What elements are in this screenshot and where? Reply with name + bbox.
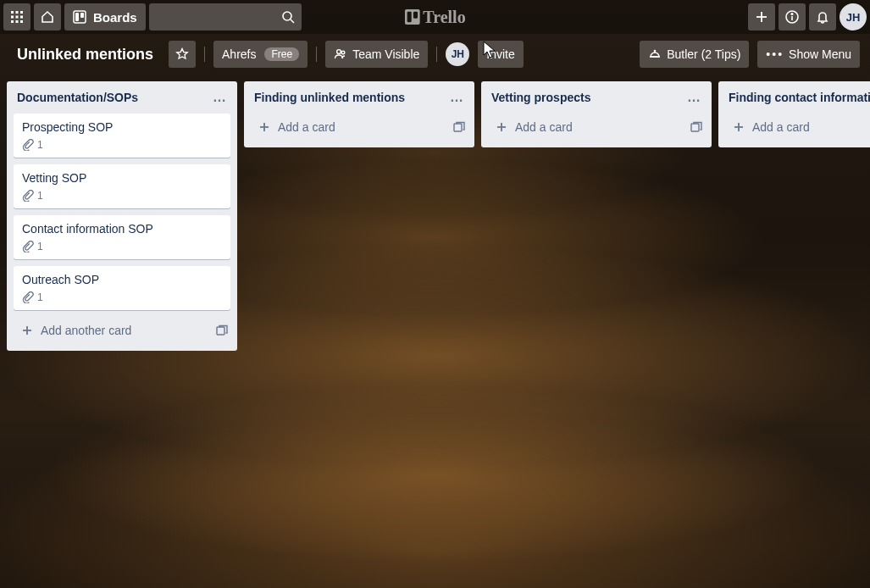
svg-point-24: [655, 50, 656, 51]
list: Finding contact information…Add a card: [718, 81, 870, 147]
team-button[interactable]: Ahrefs Free: [213, 41, 308, 68]
svg-point-12: [283, 12, 291, 20]
svg-rect-0: [11, 11, 14, 14]
svg-rect-2: [20, 11, 23, 14]
attachment-count: 1: [37, 190, 43, 202]
visibility-button[interactable]: Team Visible: [325, 41, 428, 68]
butler-button[interactable]: Butler (2 Tips): [640, 41, 749, 68]
template-card-button[interactable]: [215, 324, 229, 337]
list-title[interactable]: Vetting prospects: [491, 91, 590, 104]
invite-label: Invite: [486, 47, 514, 61]
invite-button[interactable]: Invite: [478, 41, 523, 68]
svg-rect-14: [404, 9, 419, 25]
info-icon: [785, 10, 799, 24]
card-title: Prospecting SOP: [22, 120, 222, 134]
list-title[interactable]: Finding unlinked mentions: [254, 91, 405, 104]
add-card-button[interactable]: Add a card: [490, 117, 690, 137]
svg-rect-8: [20, 20, 23, 23]
template-card-button[interactable]: [452, 120, 466, 134]
svg-rect-28: [217, 327, 224, 335]
separator: [316, 47, 317, 62]
trello-logo: Trello: [404, 8, 465, 27]
card[interactable]: Outreach SOP1: [14, 266, 230, 310]
plus-icon: [755, 10, 768, 24]
list-header: Finding contact information…: [725, 88, 870, 107]
home-button[interactable]: [34, 3, 61, 31]
list-header: Documentation/SOPs…: [14, 88, 230, 107]
plan-pill: Free: [264, 47, 299, 61]
list-title[interactable]: Documentation/SOPs: [17, 91, 138, 104]
star-icon: [175, 47, 189, 61]
team-label: Ahrefs: [222, 47, 256, 61]
separator: [436, 47, 437, 62]
board-title[interactable]: Unlinked mentions: [10, 46, 160, 64]
attachment-icon: [22, 190, 34, 202]
template-icon: [452, 120, 466, 134]
card-badges: 1: [22, 190, 222, 202]
plus-icon: [20, 324, 34, 337]
home-icon: [41, 10, 54, 24]
list-header: Vetting prospects…: [488, 88, 705, 107]
plus-icon: [732, 120, 745, 134]
visibility-label: Team Visible: [352, 47, 419, 61]
add-card-button[interactable]: Add a card: [727, 117, 870, 137]
template-card-button[interactable]: [690, 120, 703, 134]
attachment-count: 1: [37, 241, 43, 252]
attachment-count: 1: [37, 139, 43, 151]
star-button[interactable]: [169, 41, 196, 68]
list-menu-button[interactable]: …: [450, 90, 464, 105]
svg-rect-15: [407, 12, 411, 22]
plus-icon: [495, 120, 508, 134]
user-avatar[interactable]: JH: [840, 3, 867, 31]
apps-icon: [10, 10, 24, 24]
svg-rect-5: [20, 16, 23, 19]
list-menu-button[interactable]: …: [213, 90, 227, 105]
info-button[interactable]: [779, 3, 806, 31]
svg-rect-10: [75, 13, 79, 21]
board-icon: [73, 10, 86, 24]
svg-point-22: [337, 50, 341, 54]
svg-line-13: [291, 19, 294, 23]
card-title: Vetting SOP: [22, 171, 222, 185]
boards-button[interactable]: Boards: [64, 3, 146, 31]
show-menu-button[interactable]: ••• Show Menu: [757, 41, 860, 68]
search-input[interactable]: [149, 3, 302, 31]
list-header: Finding unlinked mentions…: [251, 88, 468, 107]
create-button[interactable]: [748, 3, 775, 31]
card-title: Outreach SOP: [22, 273, 222, 286]
butler-label: Butler (2 Tips): [667, 47, 740, 61]
template-icon: [215, 324, 229, 337]
svg-rect-31: [454, 124, 462, 131]
template-icon: [690, 120, 703, 134]
search-icon: [281, 10, 295, 24]
add-card-row: Add a card: [725, 114, 870, 141]
plus-icon: [258, 120, 271, 134]
svg-rect-11: [80, 13, 84, 18]
svg-point-23: [341, 51, 345, 54]
people-icon: [334, 47, 347, 61]
svg-rect-6: [11, 20, 14, 23]
show-menu-label: Show Menu: [789, 47, 851, 61]
card-badges: 1: [22, 291, 222, 303]
svg-rect-16: [413, 12, 417, 19]
card[interactable]: Prospecting SOP1: [14, 114, 230, 158]
apps-button[interactable]: [3, 3, 30, 31]
svg-rect-34: [691, 124, 699, 131]
board-member-avatar[interactable]: JH: [446, 42, 469, 66]
add-card-label: Add a card: [278, 120, 335, 134]
dots-icon: •••: [766, 47, 784, 61]
list-menu-button[interactable]: …: [687, 90, 701, 105]
card[interactable]: Contact information SOP1: [14, 215, 230, 259]
add-card-row: Add a card: [251, 114, 468, 141]
add-card-label: Add a card: [752, 120, 810, 134]
list: Documentation/SOPs…Prospecting SOP1Vetti…: [7, 81, 237, 351]
add-card-row: Add a card: [488, 114, 705, 141]
trello-logo-icon: [404, 9, 419, 25]
add-card-button[interactable]: Add another card: [15, 320, 215, 341]
notifications-button[interactable]: [809, 3, 836, 31]
list: Finding unlinked mentions…Add a card: [244, 81, 474, 147]
add-card-button[interactable]: Add a card: [252, 117, 452, 137]
add-card-row: Add another card: [14, 317, 230, 344]
card[interactable]: Vetting SOP1: [14, 164, 230, 208]
list-title[interactable]: Finding contact information: [729, 91, 870, 104]
